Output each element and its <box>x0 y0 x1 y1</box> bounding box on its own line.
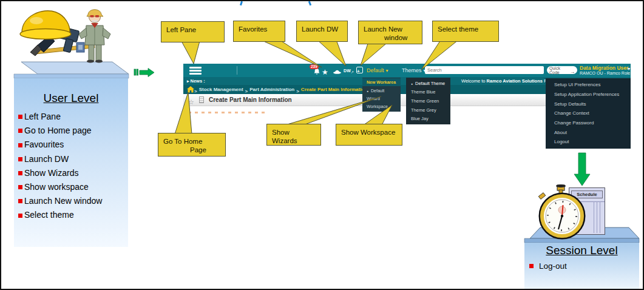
list-item: Launch New window <box>18 194 128 208</box>
user-level-title: User Level <box>14 92 128 105</box>
menu-item-about[interactable]: About <box>546 127 631 137</box>
selected-dot-icon <box>411 81 413 86</box>
stopwatch-clipart <box>532 184 595 240</box>
bullet-square-icon <box>18 115 22 119</box>
list-item: Left Pane <box>18 110 128 124</box>
menu-item-workspace[interactable]: Workspace <box>362 103 401 110</box>
breadcrumb-item[interactable]: Stock Management <box>199 87 243 92</box>
favorite-page-star-icon[interactable] <box>188 96 194 107</box>
slide-canvas: User Level Left Pane Go to Home page Fav… <box>0 0 644 290</box>
menu-item-theme-green[interactable]: Theme Green <box>406 96 450 106</box>
cropped-text-fragment <box>240 1 243 6</box>
callout-show-workspace: Show Workspace <box>336 124 402 146</box>
home-icon[interactable] <box>187 86 194 93</box>
app-toolbar: 239 DW Default Themes Quick Code Data Mi… <box>183 64 631 77</box>
callout-left-pane: Left Pane <box>161 21 225 42</box>
menu-item-wizard[interactable]: Wizard <box>362 95 401 103</box>
callout-favorites: Favorites <box>233 21 285 42</box>
selected-dot-icon <box>367 89 368 93</box>
news-label: News : <box>187 78 205 84</box>
dw-arrow-icon <box>351 65 354 76</box>
quick-code-input[interactable]: Quick Code <box>547 66 577 74</box>
themes-dropdown-menu: Default Theme Theme Blue Theme Green The… <box>406 78 450 124</box>
user-menu-caret-icon[interactable] <box>626 67 630 72</box>
search-input[interactable] <box>425 66 544 74</box>
menu-item-setup-ui-preferences[interactable]: Setup UI Preferences <box>546 80 631 90</box>
breadcrumb-item[interactable]: Part Administration <box>249 87 294 92</box>
list-item: Go to Home page <box>18 124 128 138</box>
callout-go-to-home-page: Go To Home Page <box>158 133 226 157</box>
session-level-title: Session Level <box>524 244 639 257</box>
breadcrumb-item-current[interactable]: Create Part Main Information <box>301 87 367 92</box>
user-dropdown-menu: Setup UI Preferences Setup Application P… <box>546 78 631 149</box>
menu-item-change-password[interactable]: Change Password <box>546 118 631 128</box>
page-title: Create Part Main Information <box>209 96 292 103</box>
user-level-panel: User Level Left Pane Go to Home page Fav… <box>14 78 128 247</box>
menu-item-setup-application-preferences[interactable]: Setup Application Preferences <box>546 90 631 99</box>
toolbar-divider <box>237 66 237 75</box>
breadcrumb-separator <box>245 84 248 95</box>
callout-select-theme: Select theme <box>432 21 499 42</box>
menu-item-blue-jay[interactable]: Blue Jay <box>406 114 450 123</box>
callout-launch-new-window: Launch New window <box>358 21 422 44</box>
menu-item-theme-grey[interactable]: Theme Grey <box>406 106 450 115</box>
left-pane-menu-button[interactable] <box>189 67 202 76</box>
list-item: Show Wizards <box>18 166 128 180</box>
bullet-square-icon <box>18 185 22 189</box>
faded-section-text <box>188 112 266 113</box>
breadcrumb-separator <box>296 84 299 95</box>
list-item: Select theme <box>18 208 128 222</box>
menu-item-setup-defaults[interactable]: Setup Defaults <box>546 99 631 109</box>
callout-launch-dw: Launch DW <box>296 21 348 42</box>
bullet-square-icon <box>18 157 22 161</box>
worker-clipart <box>18 2 112 63</box>
launch-dw-icon[interactable]: DW <box>344 69 351 73</box>
bullet-square-icon <box>18 199 22 203</box>
cropped-text-fragment <box>308 1 311 6</box>
workarea-dropdown-menu: New Workarea Default Wizard Workspace <box>362 78 401 112</box>
menu-item-theme-blue[interactable]: Theme Blue <box>406 88 450 97</box>
hat-icon[interactable] <box>333 68 342 75</box>
menu-item-default[interactable]: Default <box>362 86 401 94</box>
notification-count-badge: 239 <box>310 64 319 69</box>
user-info[interactable]: Data Migration User RAMCO OU - Ramco Rol… <box>580 65 630 76</box>
callout-show-wizards: Show Wizards <box>266 124 321 146</box>
bullet-square-icon <box>18 129 22 133</box>
list-item: Show workspace <box>18 180 128 194</box>
list-item: Launch DW <box>18 152 128 166</box>
menu-item-change-context[interactable]: Change Context <box>546 109 631 118</box>
document-icon <box>199 96 204 103</box>
bullet-square-icon <box>18 143 22 147</box>
bullet-square-icon <box>18 171 22 175</box>
list-item: Log-out <box>529 261 639 271</box>
user-role: RAMCO OU - Ramco Role <box>580 71 630 76</box>
menu-item-new-workarea[interactable]: New Workarea <box>362 78 401 86</box>
breadcrumb-separator <box>194 84 197 95</box>
bullet-square-icon <box>18 214 22 218</box>
themes-dropdown[interactable]: Themes <box>402 67 426 73</box>
bullet-square-icon <box>529 264 534 268</box>
menu-item-logout[interactable]: Logout <box>546 137 631 147</box>
launch-new-window-icon[interactable] <box>356 67 363 73</box>
user-level-list: Left Pane Go to Home page Favourites Lau… <box>18 110 128 223</box>
menu-item-default-theme[interactable]: Default Theme <box>406 79 450 88</box>
list-item: Favourites <box>18 138 128 152</box>
session-level-panel: Session Level Log-out <box>524 243 639 290</box>
favorites-star-icon[interactable] <box>322 66 328 77</box>
quick-code-go-icon[interactable] <box>570 65 575 76</box>
user-name: Data Migration User <box>580 65 630 71</box>
workarea-selector-dropdown[interactable]: Default <box>367 67 388 73</box>
